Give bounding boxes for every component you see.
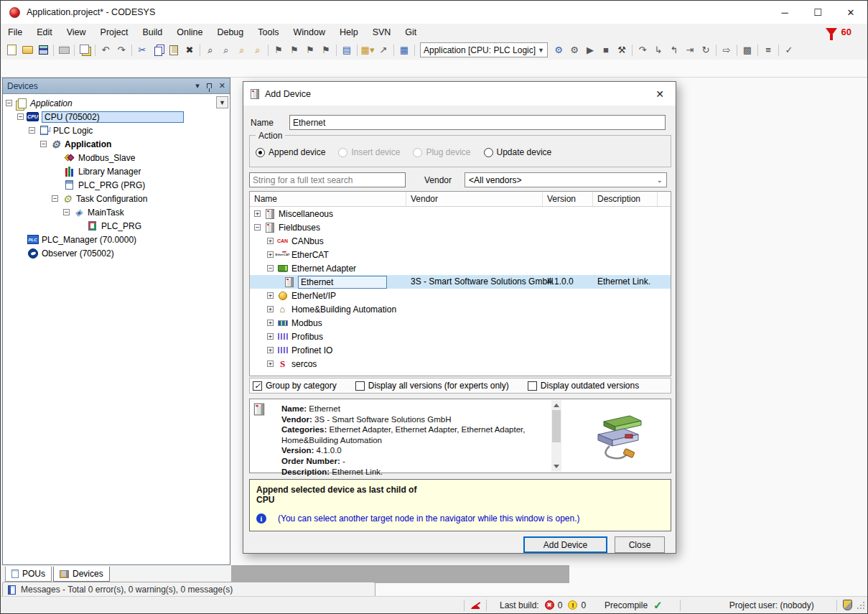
expand-icon[interactable]: + — [267, 333, 274, 340]
flow-control-icon[interactable]: ▩ — [739, 43, 755, 57]
tab-devices[interactable]: Devices — [53, 567, 110, 582]
collapse-icon[interactable]: − — [63, 209, 70, 215]
resize-grip[interactable] — [857, 601, 865, 610]
dialog-close-icon[interactable]: ✕ — [651, 88, 668, 100]
catalog-row-fieldbuses[interactable]: − Fieldbuses — [250, 220, 671, 234]
find-objects-icon[interactable]: ⌕ — [234, 43, 250, 57]
menu-build[interactable]: Build — [135, 24, 169, 40]
tree-item-application[interactable]: − ⚙ Application — [3, 137, 230, 151]
replace-objects-icon[interactable]: ⌕ — [250, 43, 266, 57]
collapse-icon[interactable]: − — [29, 127, 35, 134]
catalog-row-ethernet-adapter[interactable]: − Ethernet Adapter — [250, 261, 671, 275]
catalog-row-ethernet[interactable]: Ethernet 3S - Smart Software Solutions G… — [250, 275, 671, 289]
checkbox-display-all-versions[interactable]: Display all versions (for experts only) — [355, 381, 509, 391]
tree-item-task-configuration[interactable]: − ⚙ Task Configuration — [3, 192, 230, 205]
vendor-combobox[interactable]: <All vendors> ⌄ — [465, 172, 667, 187]
expand-icon[interactable]: + — [254, 210, 261, 217]
menu-help[interactable]: Help — [332, 24, 365, 40]
delete-icon[interactable]: ✖ — [182, 43, 197, 57]
details-scrollbar[interactable] — [551, 400, 561, 472]
selected-node-label[interactable]: CPU (705002) — [42, 111, 184, 123]
add-device-button[interactable]: Add Device — [523, 536, 607, 553]
column-name[interactable]: Name — [250, 192, 406, 206]
menu-online[interactable]: Online — [169, 24, 210, 40]
catalog-row-ethercat[interactable]: + EtherCAT EtherCAT — [250, 248, 671, 261]
cut-icon[interactable]: ✂ — [134, 43, 150, 57]
tree-item-task-pou[interactable]: PLC_PRG — [3, 219, 230, 233]
paste-icon[interactable] — [166, 43, 182, 57]
tab-pous[interactable]: POUs — [5, 567, 52, 582]
tree-item-plc-logic[interactable]: − PLC Logic — [3, 124, 230, 137]
checkbox-display-outdated-versions[interactable]: Display outdated versions — [528, 381, 639, 391]
previous-bookmark-icon[interactable]: ⚑ — [286, 43, 302, 57]
step-into-icon[interactable]: ↳ — [650, 43, 666, 57]
radio-append-device[interactable]: Append device — [256, 147, 325, 157]
full-text-search-input[interactable] — [249, 172, 406, 187]
selected-device-label[interactable]: Ethernet — [298, 276, 387, 289]
start-icon[interactable]: ▶ — [582, 43, 598, 57]
scroll-up-icon[interactable] — [554, 404, 559, 407]
run-to-cursor-icon[interactable]: ⇨ — [719, 43, 734, 57]
expand-icon[interactable]: + — [267, 292, 274, 299]
undo-icon[interactable]: ↶ — [98, 43, 113, 57]
panel-close-icon[interactable]: ✕ — [219, 81, 225, 90]
collapse-icon[interactable]: − — [52, 195, 58, 202]
menu-file[interactable]: File — [1, 24, 29, 40]
build-wrench-icon[interactable]: ⚒ — [614, 43, 630, 57]
catalog-row-sercos[interactable]: + S sercos — [250, 357, 671, 371]
new-project-icon[interactable] — [4, 43, 19, 57]
collapse-icon[interactable]: − — [6, 100, 12, 106]
collapse-icon[interactable]: − — [40, 141, 47, 147]
logout-icon[interactable]: ⚙ — [566, 43, 582, 57]
expand-icon[interactable]: + — [267, 361, 274, 367]
pin-icon[interactable] — [207, 83, 212, 88]
tree-item-cpu[interactable]: − CPU CPU (705002) — [3, 110, 230, 124]
watch-list-icon[interactable]: ≡ — [760, 43, 776, 57]
filter-funnel-icon[interactable] — [826, 28, 837, 36]
expand-icon[interactable]: + — [267, 251, 274, 258]
login-icon[interactable]: ⚙ — [551, 43, 566, 57]
close-button[interactable]: ✕ — [834, 1, 867, 24]
step-over-icon[interactable]: ↷ — [635, 43, 650, 57]
catalog-row-ethernet-ip[interactable]: + EtherNet/IP — [250, 289, 671, 302]
scroll-down-icon[interactable] — [554, 465, 559, 468]
tree-item-modbus-slave[interactable]: Modbus_Slave — [3, 151, 230, 164]
find-icon[interactable]: ⌕ — [202, 43, 218, 57]
save-project-icon[interactable] — [35, 43, 51, 57]
menu-edit[interactable]: Edit — [29, 24, 60, 40]
catalog-row-miscellaneous[interactable]: + Miscellaneous — [250, 207, 671, 220]
panel-menu-icon[interactable]: ▾ — [195, 81, 200, 90]
expand-icon[interactable]: + — [267, 347, 274, 353]
catalog-row-home-building[interactable]: + ⌂ Home&Building Automation — [250, 302, 671, 316]
tree-item-project[interactable]: − Application — [3, 96, 230, 110]
catalog-row-modbus[interactable]: + Modbus — [250, 316, 671, 330]
menu-view[interactable]: View — [60, 24, 93, 40]
stop-icon[interactable]: ■ — [598, 43, 614, 57]
tree-item-maintask[interactable]: − ◈ MainTask — [3, 205, 230, 219]
minimize-button[interactable]: ─ — [768, 1, 801, 24]
menu-tools[interactable]: Tools — [251, 24, 286, 40]
column-version[interactable]: Version — [543, 192, 593, 206]
tree-item-plc-manager[interactable]: PLC PLC_Manager (70.0000) — [3, 233, 230, 246]
step-single-icon[interactable]: ⇥ — [682, 43, 698, 57]
menu-window[interactable]: Window — [286, 24, 332, 40]
collapse-icon[interactable]: − — [254, 224, 261, 231]
radio-update-device[interactable]: Update device — [484, 147, 552, 157]
build-icon[interactable]: ▦ — [396, 43, 412, 57]
menu-svn[interactable]: SVN — [365, 24, 398, 40]
tree-item-observer[interactable]: Observer (705002) — [3, 246, 230, 260]
menu-project[interactable]: Project — [93, 24, 136, 40]
tree-dropdown-button[interactable]: ▼ — [216, 96, 228, 108]
copy-objects-icon[interactable] — [77, 43, 93, 57]
reset-icon[interactable]: ↻ — [698, 43, 714, 57]
quick-replace-icon[interactable]: ⌕ — [218, 43, 234, 57]
scrollbar-thumb[interactable] — [552, 410, 561, 442]
clear-bookmarks-icon[interactable]: ⚑ — [318, 43, 334, 57]
active-application-selector[interactable]: Application [CPU: PLC Logic] ▼ — [420, 42, 548, 57]
menu-debug[interactable]: Debug — [210, 24, 251, 40]
close-dialog-button[interactable]: Close — [615, 536, 665, 553]
catalog-row-profinet-io[interactable]: + Profinet IO — [250, 343, 671, 357]
open-project-icon[interactable] — [19, 43, 35, 57]
collapse-icon[interactable]: − — [17, 113, 24, 120]
menu-git[interactable]: Git — [398, 24, 424, 40]
